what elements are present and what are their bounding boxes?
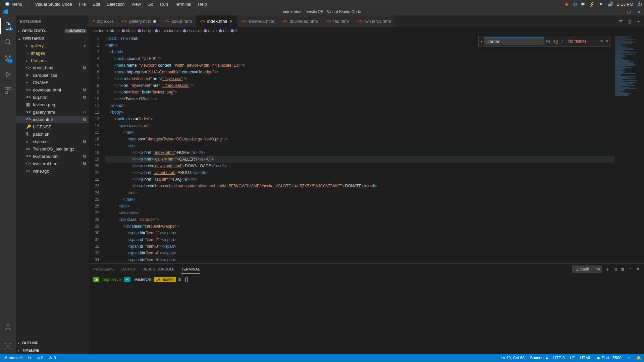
crumb-item[interactable]: ⬢ nav — [204, 28, 215, 33]
terminal-selector[interactable]: 1: bash — [572, 265, 602, 273]
settings-activity[interactable] — [0, 338, 16, 354]
minimize-button[interactable]: ─ — [614, 8, 624, 15]
workspace-section[interactable]: ⌄TWISTEROS — [16, 35, 89, 42]
editor-tab[interactable]: #style.css — [89, 15, 118, 27]
breadcrumb[interactable]: <> index.html›⬢ html›⬢ body›⬢ main.index… — [89, 27, 644, 35]
file-item[interactable]: <>twisteros.htmlM — [16, 153, 89, 160]
extensions-activity[interactable] — [0, 82, 16, 99]
status-warnings[interactable]: ⚠ 0 — [46, 356, 58, 360]
crumb-item[interactable]: ⬢ body — [138, 28, 151, 33]
close-tab-icon[interactable]: × — [229, 19, 233, 24]
status-spaces[interactable]: Spaces: 4 — [527, 356, 550, 360]
match-word-icon[interactable]: ab̲ — [552, 39, 559, 44]
prev-match-icon[interactable]: ↑ — [590, 39, 594, 44]
explorer-more-icon[interactable]: ⋯ — [81, 19, 85, 23]
menu-run[interactable]: Run — [157, 2, 171, 7]
folder-item[interactable]: ›gallery● — [16, 42, 89, 49]
explorer-activity[interactable]: 1 — [0, 18, 16, 34]
outline-section[interactable]: ›OUTLINE — [16, 339, 89, 347]
timeline-section[interactable]: ›TIMELINE — [16, 347, 89, 354]
folder-item[interactable]: ›Patches — [16, 57, 89, 64]
maximize-panel-icon[interactable]: ＾ — [629, 267, 632, 272]
debug-console-tab[interactable]: DEBUG CONSOLE — [142, 265, 174, 273]
maximize-button[interactable]: ▢ — [624, 8, 634, 15]
os-menu-button[interactable]: Menu — [2, 1, 25, 7]
close-panel-icon[interactable]: ✕ — [636, 267, 639, 272]
editor-tab[interactable]: <>twisteros.html — [353, 15, 395, 27]
status-errors[interactable]: ⊘ 0 — [34, 356, 46, 360]
menu-go[interactable]: Go — [144, 2, 157, 7]
find-toggle-icon[interactable]: › — [479, 39, 484, 44]
status-language[interactable]: HTML — [577, 356, 594, 360]
file-item[interactable]: 🔑LICENSE — [16, 123, 89, 130]
next-match-icon[interactable]: ↓ — [594, 39, 599, 44]
terminal-tab[interactable]: TERMINAL — [181, 265, 200, 274]
status-encoding[interactable]: UTF-8 — [550, 356, 567, 360]
crumb-item[interactable]: ⬢ ul — [219, 28, 226, 33]
file-item[interactable]: ▦favicon.png — [16, 101, 89, 108]
menu-selection[interactable]: Selection — [103, 2, 128, 7]
tray-icon[interactable]: ◆ — [565, 1, 569, 7]
status-eol[interactable]: LF — [567, 356, 577, 360]
menu-terminal[interactable]: Terminal — [171, 2, 195, 7]
open-editors-section[interactable]: ›OPEN EDITO…1 UNSAVED — [16, 27, 89, 35]
file-item[interactable]: ▪CNAME — [16, 79, 89, 86]
file-item[interactable]: #style.cssM — [16, 138, 89, 145]
crumb-item[interactable]: ⬢ div.nav — [183, 28, 200, 33]
match-case-icon[interactable]: Aa — [544, 39, 552, 44]
editor-tab[interactable]: <>gallery.html — [118, 15, 160, 27]
editor-tab[interactable]: <>about.html — [160, 15, 196, 27]
status-feedback-icon[interactable]: ☺ — [624, 356, 634, 360]
wifi-icon[interactable]: ▼ — [599, 1, 603, 7]
editor-tab[interactable]: <>download.html — [278, 15, 322, 27]
clock[interactable]: 2:13 PM — [617, 2, 633, 7]
folder-item[interactable]: ›images — [16, 49, 89, 57]
find-input[interactable] — [484, 37, 544, 45]
editor-tab[interactable]: <>faq.html — [322, 15, 353, 27]
code-editor[interactable]: <!DOCTYPE html><html> <head> <meta chars… — [105, 35, 614, 263]
menu-edit[interactable]: Edit — [89, 2, 103, 7]
search-activity[interactable] — [0, 34, 16, 50]
menu-file[interactable]: File — [75, 2, 89, 7]
menu-vscode[interactable]: Visual Studio Code — [32, 2, 75, 7]
close-window-button[interactable]: ✕ — [634, 8, 644, 15]
file-item[interactable]: <>download.htmlM — [16, 86, 89, 94]
crumb-item[interactable]: ⬢ li — [230, 28, 237, 33]
accounts-activity[interactable] — [0, 319, 16, 335]
new-terminal-icon[interactable]: ＋ — [606, 267, 609, 272]
file-item[interactable]: <>index.htmlM — [16, 116, 89, 123]
menu-view[interactable]: View — [128, 2, 144, 7]
menu-help[interactable]: Help — [195, 2, 210, 7]
crumb-item[interactable]: <> index.html — [93, 28, 117, 33]
find-selection-icon[interactable]: ≡ — [599, 39, 604, 44]
status-port[interactable]: ☻ Port : 5500 — [594, 356, 624, 360]
file-item[interactable]: <>gallery.htmlU — [16, 108, 89, 116]
split-editor-icon[interactable]: ◫ — [628, 19, 632, 24]
debug-activity[interactable] — [0, 66, 16, 82]
crumb-item[interactable]: ⬢ html — [121, 28, 133, 33]
crumb-item[interactable]: ⬢ main.index — [155, 28, 178, 33]
shutdown-icon[interactable]: ⏻ — [637, 1, 642, 7]
tray-monitor-icon[interactable]: ▥ — [573, 1, 577, 7]
volume-icon[interactable]: 🔊 — [607, 1, 613, 7]
compare-icon[interactable]: ⇄ — [619, 19, 623, 24]
file-item[interactable]: <>about.htmlM — [16, 64, 89, 71]
problems-tab[interactable]: PROBLEMS — [93, 265, 114, 273]
file-item[interactable]: $patch.sh — [16, 130, 89, 138]
editor-more-icon[interactable]: ⋯ — [636, 19, 641, 24]
status-bell-icon[interactable]: 🔔 — [634, 356, 644, 360]
file-item[interactable]: <>twisterui.htmlM — [16, 160, 89, 167]
terminal-body[interactable]: pi raspberrypi ~ TwisterOS ⎇ master $ — [89, 275, 644, 354]
bluetooth-icon[interactable]: ✱ — [581, 1, 585, 7]
file-item[interactable]: <>faq.htmlM — [16, 94, 89, 101]
status-sync[interactable]: ↻ — [25, 356, 34, 360]
scm-activity[interactable]: 19 — [0, 50, 16, 66]
file-item[interactable]: ▭TwisterOS_bak.tar.gz — [16, 145, 89, 153]
power-icon[interactable]: ⚡ — [589, 1, 595, 7]
file-item[interactable]: #carousel.css — [16, 71, 89, 79]
file-item[interactable]: ▭wine.tgz — [16, 167, 89, 175]
status-position[interactable]: Ln 19, Col 68 — [498, 356, 527, 360]
editor-tab[interactable]: <>index.html× — [196, 15, 238, 27]
minimap[interactable] — [614, 35, 644, 263]
output-tab[interactable]: OUTPUT — [120, 265, 136, 273]
